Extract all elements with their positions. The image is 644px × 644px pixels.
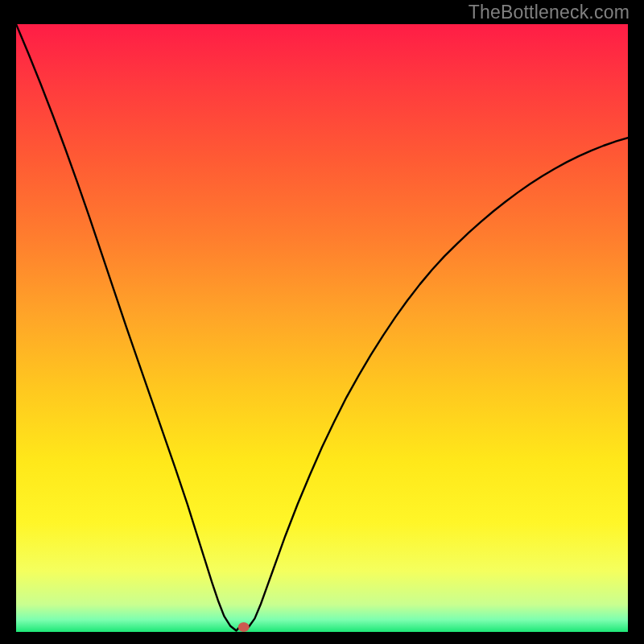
watermark-text: TheBottleneck.com: [469, 2, 630, 23]
optimal-marker: [238, 622, 250, 632]
plot-background: [16, 24, 628, 632]
bottleneck-chart: [16, 24, 628, 632]
chart-frame: TheBottleneck.com: [0, 0, 644, 644]
